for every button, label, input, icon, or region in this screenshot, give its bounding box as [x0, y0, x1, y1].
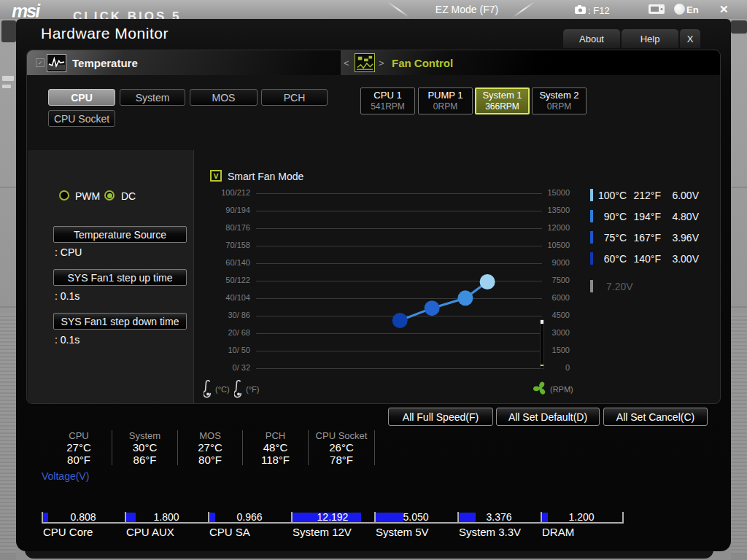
rpm-slider[interactable] — [540, 319, 544, 369]
all-set-cancel-button[interactable]: All Set Cancel(C) — [603, 408, 708, 426]
dc-radio[interactable] — [104, 190, 115, 201]
rpm-axis-label: 4500 — [539, 311, 570, 319]
background-page-right-edge — [731, 19, 747, 560]
voltage-value: 1.800 — [125, 511, 208, 523]
temperature-axis-label: 90/194 — [198, 206, 250, 214]
temperature-axis-label: 40/104 — [198, 293, 250, 302]
rpm-axis-label: 6000 — [539, 293, 570, 302]
voltage-item-system-3-3v: 3.376 System 3.3V — [457, 510, 541, 540]
step-up-time-value: : 0.1s — [55, 290, 80, 302]
voltage-value: 12.192 — [291, 511, 374, 523]
tab-mos[interactable]: MOS — [190, 89, 258, 106]
fan-button-cpu1[interactable]: CPU 1 541RPM — [360, 88, 415, 114]
fan-name: CPU 1 — [361, 90, 414, 101]
fan-prev-arrow[interactable]: < — [344, 58, 349, 69]
language-selector[interactable]: En — [686, 4, 699, 15]
voltage-label: CPU Core — [43, 526, 93, 538]
help-button[interactable]: Help — [622, 29, 678, 48]
dc-label: DC — [121, 190, 136, 202]
legend-temp-c: 75°C — [597, 232, 627, 244]
tab-cpu-socket[interactable]: CPU Socket — [48, 110, 115, 127]
fan-button-system1[interactable]: System 1 366RPM — [475, 88, 530, 114]
readout-cpu: CPU 27°C 80°F — [46, 431, 112, 467]
thermometer-celsius-icon — [204, 380, 213, 399]
step-down-time-value: : 0.1s — [55, 334, 80, 346]
fan-control-panel: ✓ Temperature < > Fan Control CPU System… — [26, 50, 721, 404]
pwm-radio[interactable] — [59, 190, 69, 201]
dialog-close-button[interactable]: X — [680, 29, 700, 48]
dialog-title: Hardware Monitor — [41, 25, 169, 42]
fan-curve[interactable] — [256, 193, 542, 369]
fan-button-pump1[interactable]: PUMP 1 0RPM — [418, 88, 473, 114]
readout-mos: MOS 27°C 80°F — [178, 431, 242, 467]
fan-rpm: 0RPM — [533, 101, 586, 112]
voltage-item-system-5v: 5.050 System 5V — [374, 510, 457, 540]
fahrenheit-unit-label[interactable]: (°F) — [246, 385, 259, 394]
tab-pch[interactable]: PCH — [261, 89, 328, 106]
fan-rpm: 0RPM — [419, 101, 472, 112]
rpm-slider-mark — [541, 365, 543, 366]
temperature-collapse-icon[interactable]: ✓ — [36, 58, 44, 67]
voltage-label: System 5V — [376, 526, 429, 538]
voltage-value: 1.200 — [541, 511, 622, 523]
fan-control-icon — [355, 53, 375, 72]
readout-celsius: 26°C — [309, 441, 374, 454]
msi-logo: msi — [12, 1, 39, 19]
fan-curve-point — [392, 313, 408, 328]
screenshot-hotkey-label: : F12 — [588, 5, 610, 16]
fan-next-arrow[interactable]: > — [379, 58, 384, 69]
readout-pch: PCH 48°C 118°F — [243, 431, 308, 467]
display-icon[interactable] — [649, 4, 665, 15]
temperature-source-button[interactable]: Temperature Source — [53, 226, 187, 243]
smart-fan-label: Smart Fan Mode — [228, 171, 303, 182]
rpm-axis-label: 15000 — [539, 188, 570, 197]
fan-button-system2[interactable]: System 2 0RPM — [532, 88, 587, 114]
tab-system[interactable]: System — [120, 89, 185, 106]
voltage-value: 3.376 — [457, 511, 541, 523]
voltage-item-dram: 1.200 DRAM — [541, 510, 622, 540]
temperature-axis-label: 50/122 — [198, 276, 250, 284]
legend-color-bar — [590, 210, 593, 222]
camera-icon[interactable] — [575, 5, 586, 14]
rpm-axis-label: 13500 — [539, 206, 570, 214]
legend-temp-f: 167°F — [632, 232, 661, 244]
all-full-speed-button[interactable]: All Full Speed(F) — [388, 408, 493, 426]
ez-mode-button[interactable]: EZ Mode (F7) — [412, 4, 522, 15]
readout-celsius: 27°C — [178, 441, 242, 454]
readout-celsius: 27°C — [46, 441, 112, 454]
legend-volt: 3.96V — [667, 232, 699, 244]
legend-idle-volt: 7.20V — [606, 281, 633, 292]
temperature-graph-icon — [47, 54, 66, 72]
step-up-time-button[interactable]: SYS Fan1 step up time — [53, 269, 187, 286]
fan-rpm-icon — [533, 381, 547, 395]
celsius-unit-label[interactable]: (°C) — [215, 385, 230, 394]
rpm-unit-label: (RPM) — [550, 385, 573, 394]
bios-screen: msi CLICK BIOS 5 EZ Mode (F7) : F12 En ✕ — [0, 0, 747, 560]
readout-system: System 30°C 86°F — [112, 431, 177, 467]
voltage-value: 0.808 — [42, 511, 125, 523]
fan-name: System 2 — [533, 90, 586, 101]
readout-fahrenheit: 86°F — [112, 454, 177, 466]
readout-divider — [374, 430, 375, 465]
all-set-default-button[interactable]: All Set Default(D) — [496, 408, 600, 426]
tab-cpu[interactable]: CPU — [48, 89, 115, 106]
legend-volt: 6.00V — [667, 190, 699, 201]
panel-header: ✓ Temperature < > Fan Control — [27, 50, 720, 75]
voltage-item-cpu-sa: 0.966 CPU SA — [208, 510, 291, 540]
step-down-time-button[interactable]: SYS Fan1 step down time — [53, 313, 187, 330]
voltage-value: 5.050 — [374, 511, 457, 523]
readout-label: PCH — [243, 431, 308, 441]
fan-rpm: 366RPM — [476, 101, 528, 112]
pwm-label: PWM — [75, 190, 100, 202]
legend-volt: 4.80V — [667, 211, 699, 222]
banner-close-icon[interactable]: ✕ — [719, 3, 729, 16]
readout-label: MOS — [178, 431, 242, 441]
language-globe-icon[interactable] — [674, 4, 685, 15]
rpm-slider-handle[interactable] — [541, 320, 543, 324]
fan-name: System 1 — [476, 90, 528, 101]
about-button[interactable]: About — [563, 29, 620, 48]
readout-fahrenheit: 80°F — [178, 454, 242, 466]
readout-label: System — [112, 431, 177, 441]
fan-curve-point — [457, 290, 473, 306]
smart-fan-checkbox[interactable]: v — [210, 170, 222, 182]
